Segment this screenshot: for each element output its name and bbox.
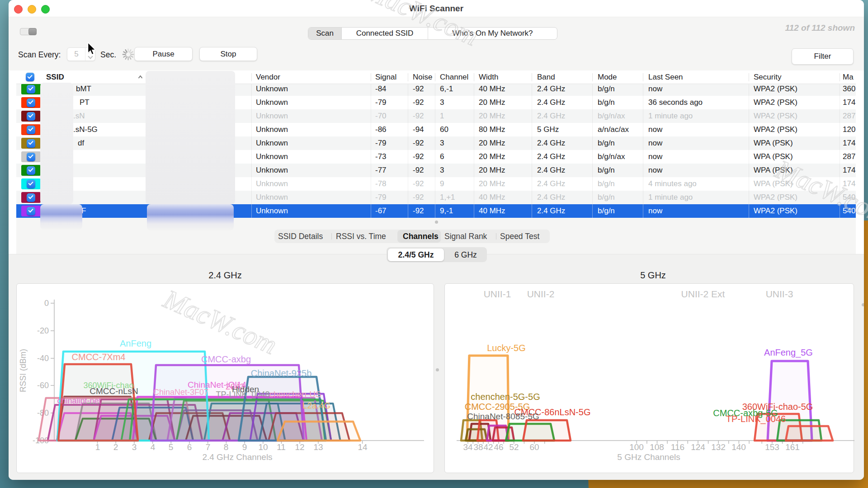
svg-text:CMCC-axbg: CMCC-axbg [201,354,251,364]
svg-text:-20: -20 [37,326,49,335]
svg-text:10: 10 [258,442,268,452]
svg-text:13: 13 [313,442,323,452]
svg-text:CMCC-7Xm4: CMCC-7Xm4 [72,352,126,362]
svg-text:34: 34 [463,442,473,452]
svg-text:8: 8 [224,442,229,452]
svg-text:2.4 GHz Channels: 2.4 GHz Channels [202,452,272,462]
svg-text:12: 12 [295,442,304,452]
svg-text:100: 100 [629,442,644,452]
svg-text:RSSI (dBm): RSSI (dBm) [19,349,28,392]
svg-text:4: 4 [151,442,156,452]
svg-text:153: 153 [765,442,779,452]
svg-text:52: 52 [509,442,519,452]
svg-text:11: 11 [277,442,286,452]
svg-text:2: 2 [113,442,118,452]
svg-text:chinalipt-net: chinalipt-net [57,396,101,405]
svg-text:Lucky-5G: Lucky-5G [487,343,526,353]
svg-text:9: 9 [242,442,247,452]
svg-text:1: 1 [95,442,100,452]
svg-text:ChinaNet-925b: ChinaNet-925b [251,368,312,378]
svg-text:3: 3 [132,442,137,452]
svg-text:132: 132 [711,442,726,452]
svg-text:7: 7 [206,442,211,452]
svg-text:-60: -60 [37,381,49,390]
svg-text:0: 0 [44,299,49,308]
svg-text:116: 116 [671,442,684,452]
svg-text:-40: -40 [37,354,49,363]
svg-text:124: 124 [691,442,705,452]
svg-text:60: 60 [529,442,539,452]
svg-text:108: 108 [650,442,664,452]
svg-text:AnFeng: AnFeng [120,338,151,348]
svg-text:CMCC-nLsN: CMCC-nLsN [90,386,138,396]
svg-text:TP-LINK_0046: TP-LINK_0046 [726,414,786,424]
svg-text:UNII-2 Ext: UNII-2 Ext [681,289,725,299]
svg-text:L2a.4G: L2a.4G [302,401,330,410]
svg-text:42: 42 [483,442,493,452]
svg-text:14: 14 [358,442,368,452]
svg-text:AnFeng_5G: AnFeng_5G [764,347,813,358]
svg-text:UNII-1: UNII-1 [484,289,511,299]
svg-text:6: 6 [187,442,192,452]
svg-text:38: 38 [473,442,483,452]
svg-text:chenchen-5G-5G: chenchen-5G-5G [471,392,540,402]
svg-text:TP-LINK_0048: TP-LINK_0048 [216,390,269,399]
svg-text:UNII-2: UNII-2 [527,289,555,299]
svg-text:46: 46 [494,442,503,452]
svg-text:161: 161 [785,442,800,452]
svg-text:5 GHz Channels: 5 GHz Channels [617,452,680,462]
svg-text:ChinaNet-8085-5G: ChinaNet-8085-5G [467,412,539,421]
svg-text:UNII-3: UNII-3 [766,289,793,299]
svg-text:5: 5 [169,442,174,452]
svg-text:140: 140 [731,442,746,452]
svg-text:chenchen-US: chenchen-US [269,389,321,399]
